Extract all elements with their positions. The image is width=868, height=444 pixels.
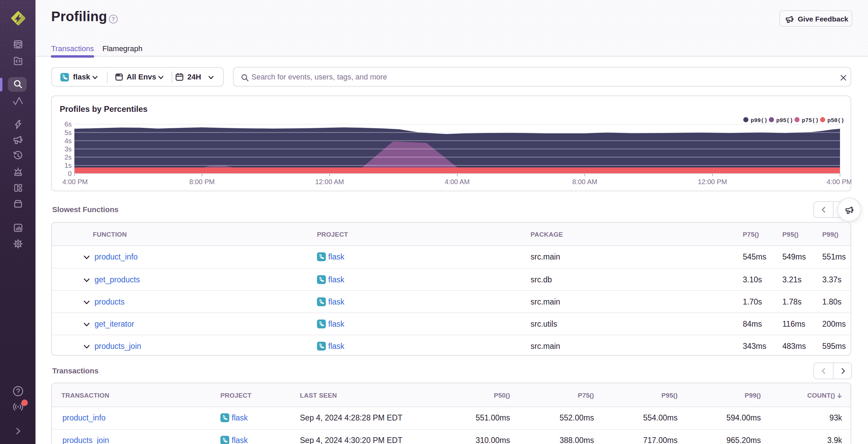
svg-text:5s: 5s bbox=[64, 129, 72, 136]
svg-text:p95(): p95() bbox=[776, 117, 793, 124]
svg-text:3s: 3s bbox=[64, 145, 72, 153]
svg-text:8:00 AM: 8:00 AM bbox=[572, 178, 597, 186]
svg-text:0: 0 bbox=[68, 170, 72, 177]
svg-text:2s: 2s bbox=[64, 153, 72, 161]
svg-text:1s: 1s bbox=[64, 162, 72, 169]
svg-text:6s: 6s bbox=[64, 120, 72, 128]
svg-text:12:00 PM: 12:00 PM bbox=[698, 178, 727, 186]
svg-text:4:00 PM: 4:00 PM bbox=[62, 178, 88, 186]
svg-text:8:00 PM: 8:00 PM bbox=[189, 178, 215, 186]
svg-text:4:00 PM: 4:00 PM bbox=[827, 178, 851, 186]
svg-text:4:00 AM: 4:00 AM bbox=[445, 178, 469, 186]
svg-text:12:00 AM: 12:00 AM bbox=[315, 178, 344, 186]
svg-text:p99(): p99() bbox=[751, 117, 768, 124]
svg-text:p75(): p75() bbox=[802, 117, 819, 124]
svg-text:p50(): p50() bbox=[827, 117, 844, 124]
svg-text:4s: 4s bbox=[64, 137, 72, 145]
